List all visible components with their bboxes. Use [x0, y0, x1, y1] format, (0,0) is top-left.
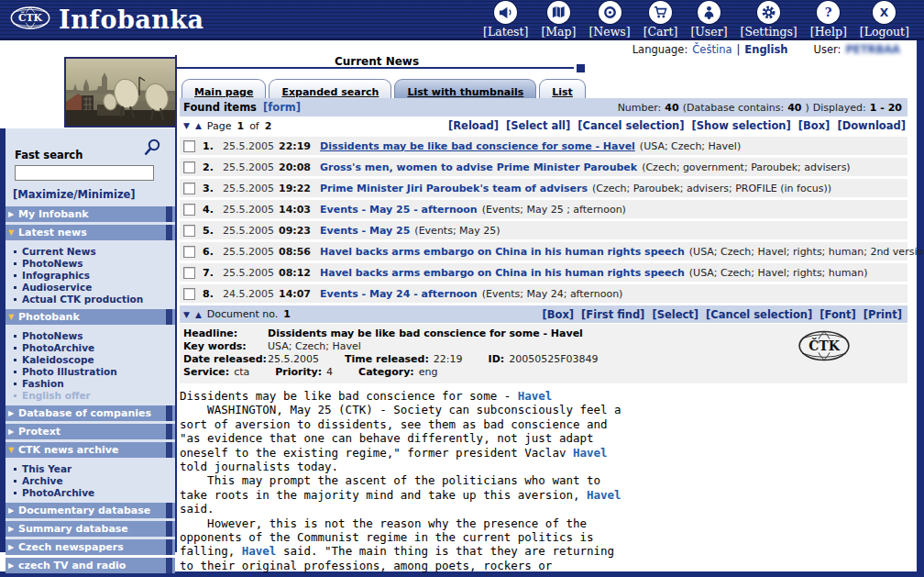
- brand[interactable]: ČTK Infobanka: [0, 5, 204, 35]
- latest-button[interactable]: [Latest]: [483, 1, 528, 39]
- sidebar-section-czech-tv-and-radio[interactable]: czech TV and radio: [6, 558, 175, 573]
- row-checkbox[interactable]: [183, 246, 195, 258]
- row-checkbox[interactable]: [183, 225, 195, 237]
- news-keywords: (USA; Czech; Havel): [640, 140, 741, 152]
- page-nav-bar: ▼ ▲ Page 1 of 2 [Reload] [Select all] [C…: [180, 117, 908, 135]
- search-icon[interactable]: [142, 138, 162, 161]
- page-total: 2: [265, 120, 272, 132]
- row-checkbox[interactable]: [183, 140, 195, 152]
- select-all-link[interactable]: [Select all]: [506, 119, 570, 132]
- news-title-link[interactable]: Havel backs arms embargo on China in his…: [320, 246, 685, 258]
- sidebar-section-photobank[interactable]: Photobank: [6, 309, 175, 325]
- sidebar-item-infographics[interactable]: Infographics: [13, 270, 175, 282]
- news-row: 8. 24.5.2005 14:07 Events - May 24 - aft…: [180, 284, 908, 303]
- svg-text:X: X: [880, 6, 889, 18]
- news-keywords: (Events; May 25): [414, 225, 500, 237]
- priority-label: Priority:: [275, 366, 322, 379]
- news-title-link[interactable]: Events - May 25: [320, 225, 410, 237]
- news-title-link[interactable]: Gross's men, women to advise Prime Minis…: [320, 161, 637, 173]
- havel-link[interactable]: Havel: [573, 446, 608, 460]
- news-row: 5. 25.5.2005 09:23 Events - May 25 (Even…: [180, 221, 908, 239]
- sidebar-item-this-year[interactable]: This Year: [13, 463, 175, 475]
- user-button[interactable]: [User]: [690, 1, 727, 39]
- cancel-selection-link[interactable]: [Cancel selection]: [578, 119, 684, 132]
- sidebar-section-database-of-companies[interactable]: Database of companies: [6, 405, 175, 421]
- sidebar-item-photonews-2[interactable]: PhotoNews: [13, 330, 175, 342]
- sidebar-item-actual-ctk-production[interactable]: Actual CTK production: [13, 294, 175, 305]
- tab-main-page[interactable]: Main page: [182, 79, 266, 98]
- chevron-down-icon: [8, 313, 18, 321]
- doc-cancel-selection-link[interactable]: [Cancel selection]: [706, 308, 812, 321]
- map-button[interactable]: [Map]: [541, 1, 576, 39]
- news-title-link[interactable]: Dissidents may be like bad conscience fo…: [320, 140, 635, 152]
- sidebar-item-fashion[interactable]: Fashion: [13, 378, 175, 390]
- help-button[interactable]: ? [Help]: [810, 1, 847, 39]
- language-separator: |: [736, 43, 740, 56]
- page-number: 1: [236, 120, 244, 132]
- settings-button[interactable]: [Settings]: [741, 1, 798, 39]
- row-checkbox[interactable]: [183, 204, 195, 216]
- row-checkbox[interactable]: [183, 183, 195, 194]
- sidebar-item-photonews[interactable]: PhotoNews: [13, 258, 175, 270]
- chevron-right-icon: [8, 543, 18, 551]
- chevron-right-icon: [8, 210, 18, 218]
- language-english-link[interactable]: English: [744, 43, 787, 56]
- expand-list-icon[interactable]: ▲: [195, 121, 202, 130]
- row-checkbox[interactable]: [183, 161, 195, 173]
- font-link[interactable]: [Font]: [820, 308, 856, 321]
- news-title-link[interactable]: Prime Minister Jiri Paroubek's team of a…: [320, 183, 588, 194]
- doc-box-link[interactable]: [Box]: [543, 308, 575, 321]
- sidebar-section-protext[interactable]: Protext: [6, 424, 175, 439]
- tab-list[interactable]: List: [539, 79, 586, 98]
- language-czech-link[interactable]: Čeština: [692, 43, 732, 56]
- reload-link[interactable]: [Reload]: [448, 119, 499, 132]
- select-link[interactable]: [Select]: [652, 308, 698, 321]
- sidebar-section-documentary-database[interactable]: Documentary database: [6, 503, 175, 518]
- row-checkbox[interactable]: [183, 267, 195, 279]
- cart-icon: [649, 1, 672, 24]
- expand-document-icon[interactable]: ▲: [195, 310, 202, 319]
- sidebar-item-kaleidoscope[interactable]: Kaleidoscope: [13, 354, 175, 366]
- sidebar-item-audioservice[interactable]: Audioservice: [13, 282, 175, 294]
- print-link[interactable]: [Print]: [864, 308, 902, 321]
- logout-button[interactable]: X [Logout]: [860, 1, 909, 39]
- sidebar-section-summary-database[interactable]: Summary database: [6, 521, 175, 537]
- sidebar-section-latest-news[interactable]: Latest news: [6, 225, 175, 240]
- id-value: 20050525F03849: [509, 353, 598, 366]
- cart-button[interactable]: [Cart]: [644, 1, 678, 39]
- tab-expanded-search[interactable]: Expanded search: [269, 79, 391, 98]
- sidebar-section-ctk-news-archive[interactable]: CTK news archive: [6, 442, 175, 458]
- sidebar-item-archive[interactable]: Archive: [13, 475, 175, 487]
- sidebar-item-current-news[interactable]: Current News: [13, 246, 175, 258]
- news-button[interactable]: [News]: [588, 1, 630, 39]
- ctk-news-archive-items: This Year Archive PhotoArchive: [6, 460, 175, 503]
- sidebar-item-photo-illustration[interactable]: Photo Illustration: [13, 366, 175, 378]
- chevron-right-icon: [8, 525, 18, 533]
- news-title-link[interactable]: Events - May 25 - afternoon: [320, 204, 478, 216]
- news-list: 1. 25.5.2005 22:19 Dissidents may be lik…: [180, 137, 908, 303]
- document-bar: ▼ ▲ Document no. 1 [Box] [First find] [S…: [180, 305, 908, 323]
- havel-link[interactable]: Havel: [242, 544, 277, 558]
- sidebar-item-photoarchive[interactable]: PhotoArchive: [13, 342, 175, 354]
- news-title-link[interactable]: Events - May 24 - afternoon: [320, 288, 478, 300]
- first-find-link[interactable]: [First find]: [581, 308, 644, 321]
- show-selection-link[interactable]: [Show selection]: [692, 119, 791, 132]
- news-row: 7. 25.5.2005 08:12 Havel backs arms emba…: [180, 263, 908, 282]
- sidebar-item-photoarchive-2[interactable]: PhotoArchive: [13, 487, 175, 499]
- collapse-list-icon[interactable]: ▼: [183, 121, 190, 130]
- maximize-minimize-link[interactable]: [Maximize/Minimize]: [6, 186, 175, 206]
- fast-search-input[interactable]: [15, 165, 154, 181]
- box-link[interactable]: [Box]: [798, 119, 830, 132]
- news-title-link[interactable]: Havel backs arms embargo on China in his…: [320, 267, 685, 279]
- document-no-label: Document no.: [207, 308, 279, 320]
- question-icon: ?: [817, 1, 840, 24]
- tab-list-with-thumbnails[interactable]: List with thumbnails: [394, 79, 536, 98]
- havel-link[interactable]: Havel: [518, 389, 553, 403]
- form-link[interactable]: [form]: [263, 101, 301, 114]
- havel-link[interactable]: Havel: [587, 488, 622, 502]
- sidebar-section-my-infobank[interactable]: My Infobank: [6, 206, 175, 222]
- row-checkbox[interactable]: [183, 288, 195, 300]
- download-link[interactable]: [Download]: [837, 119, 906, 132]
- collapse-document-icon[interactable]: ▼: [183, 310, 190, 319]
- sidebar-section-czech-newspapers[interactable]: Czech newspapers: [6, 539, 175, 555]
